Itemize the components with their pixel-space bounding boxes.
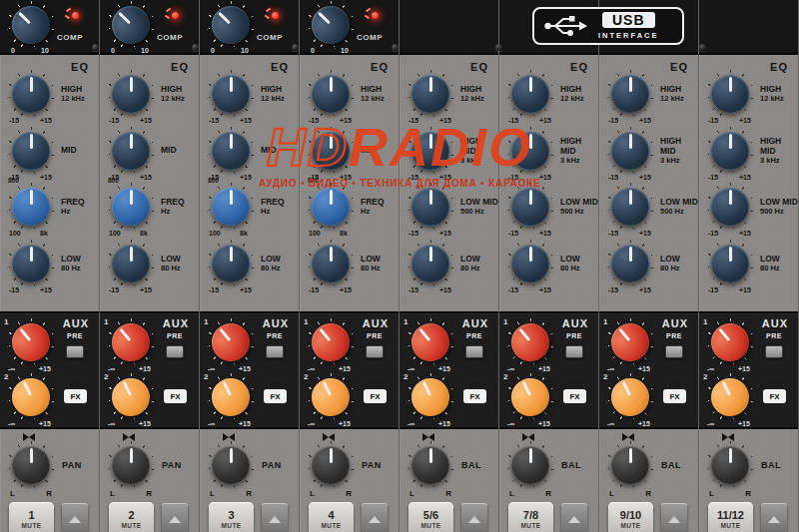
- eq-high-knob[interactable]: [208, 71, 254, 117]
- pre-button[interactable]: [66, 345, 84, 358]
- comp-knob[interactable]: 0 10: [208, 2, 254, 48]
- aux1-knob[interactable]: [208, 319, 254, 365]
- arrow-button[interactable]: [262, 503, 288, 532]
- eq-freq-knob[interactable]: [108, 184, 154, 230]
- eq-mid-row: -15 +15 800 HIGH MID3 kHz: [507, 128, 597, 174]
- eq-low-knob[interactable]: [507, 241, 553, 286]
- comp-led-icon: [272, 12, 279, 19]
- eq-low-knob[interactable]: [707, 241, 753, 286]
- eq-scale-max: +15: [40, 174, 52, 181]
- aux2-fx-knob[interactable]: [407, 374, 453, 420]
- pan-knob[interactable]: [308, 442, 354, 488]
- pan-knob[interactable]: [8, 442, 54, 488]
- pre-button[interactable]: [465, 345, 483, 358]
- eq-mid-knob[interactable]: [8, 128, 54, 174]
- eq-mid-knob[interactable]: [507, 128, 553, 174]
- eq-freq-row: 100 8k 800 FREQHz: [208, 184, 298, 230]
- eq-mid-knob[interactable]: [108, 128, 154, 174]
- eq-high-knob[interactable]: [707, 71, 753, 117]
- pre-label: PRE: [67, 332, 83, 339]
- arrow-button[interactable]: [62, 503, 88, 532]
- comp-knob[interactable]: 0 10: [108, 2, 154, 48]
- aux2-fx-knob[interactable]: [308, 374, 354, 420]
- eq-freq-knob[interactable]: [607, 184, 653, 230]
- eq-low-knob[interactable]: [308, 241, 354, 286]
- arrow-button[interactable]: [461, 503, 487, 532]
- comp-knob[interactable]: 0 10: [8, 2, 54, 48]
- eq-high-knob[interactable]: [308, 71, 354, 117]
- arrow-button[interactable]: [561, 503, 587, 532]
- arrow-button[interactable]: [162, 503, 188, 532]
- eq-freq-knob[interactable]: [8, 184, 54, 230]
- eq-freq-knob[interactable]: [308, 184, 354, 230]
- aux1-knob[interactable]: [308, 319, 354, 365]
- eq-knob-label: MID: [361, 146, 399, 156]
- aux1-knob[interactable]: [407, 319, 453, 365]
- channel-strip: 0 10 COMP EQ -15 +15 800 HIGH12 kHz: [599, 0, 699, 532]
- eq-high-knob[interactable]: [407, 71, 453, 117]
- aux1-knob[interactable]: [607, 319, 653, 365]
- eq-scale-min: -15: [209, 286, 219, 293]
- eq-low-knob[interactable]: [8, 241, 54, 286]
- pan-knob[interactable]: [707, 442, 753, 488]
- pan-left-label: L: [409, 489, 414, 498]
- mute-button[interactable]: 9/10 MUTE: [608, 502, 653, 532]
- mute-button[interactable]: 7/8 MUTE: [508, 502, 553, 532]
- mute-button[interactable]: 11/12 MUTE: [708, 502, 753, 532]
- arrow-button[interactable]: [661, 503, 687, 532]
- eq-high-knob[interactable]: [8, 71, 54, 117]
- aux2-fx-knob[interactable]: [507, 374, 553, 420]
- pan-knob[interactable]: [407, 442, 453, 488]
- pre-block: PRE: [62, 324, 88, 358]
- eq-high-knob[interactable]: [507, 71, 553, 117]
- aux-scale-max: +15: [438, 365, 450, 372]
- eq-freq-knob[interactable]: [208, 184, 254, 230]
- eq-low-knob[interactable]: [108, 241, 154, 286]
- comp-knob[interactable]: 0 10: [308, 2, 354, 48]
- mute-button[interactable]: 4 MUTE: [309, 502, 354, 532]
- knob-pointer: [30, 448, 33, 463]
- eq-low-knob[interactable]: [607, 241, 653, 286]
- aux2-fx-knob[interactable]: [607, 374, 653, 420]
- pre-button[interactable]: [565, 345, 583, 358]
- eq-freq-knob[interactable]: [507, 184, 553, 230]
- aux-scale-min: -∞: [507, 420, 514, 427]
- arrow-button[interactable]: [761, 503, 787, 532]
- eq-high-knob[interactable]: [108, 71, 154, 117]
- eq-mid-knob[interactable]: [208, 128, 254, 174]
- eq-mid-knob[interactable]: [707, 128, 753, 174]
- aux2-fx-knob[interactable]: [208, 374, 254, 420]
- pan-knob[interactable]: [507, 442, 553, 488]
- mute-button[interactable]: 3 MUTE: [209, 502, 254, 532]
- pre-button[interactable]: [266, 345, 284, 358]
- pan-knob[interactable]: [108, 442, 154, 488]
- eq-low-knob[interactable]: [407, 241, 453, 286]
- pan-knob[interactable]: [208, 442, 254, 488]
- eq-mid-knob[interactable]: [407, 128, 453, 174]
- aux2-fx-knob[interactable]: [707, 374, 753, 420]
- eq-freq-knob[interactable]: [407, 184, 453, 230]
- pre-button[interactable]: [366, 345, 384, 358]
- mute-button[interactable]: 5/6 MUTE: [408, 502, 453, 532]
- mute-button[interactable]: 2 MUTE: [109, 502, 154, 532]
- aux2-fx-knob[interactable]: [108, 374, 154, 420]
- mute-button[interactable]: 1 MUTE: [9, 502, 54, 532]
- eq-section: EQ -15 +15 800 HIGH12 kHz -15 +15 800: [699, 55, 798, 311]
- pre-button[interactable]: [665, 345, 683, 358]
- aux-section: AUX 1 -∞ +15 PRE 2 -∞ +15: [400, 311, 498, 429]
- eq-high-knob[interactable]: [607, 71, 653, 117]
- aux1-knob[interactable]: [8, 319, 54, 365]
- eq-mid-knob[interactable]: [308, 128, 354, 174]
- arrow-button[interactable]: [362, 503, 388, 532]
- eq-freq-knob[interactable]: [707, 184, 753, 230]
- pre-button[interactable]: [166, 345, 184, 358]
- aux1-knob[interactable]: [507, 319, 553, 365]
- eq-low-knob[interactable]: [208, 241, 254, 286]
- comp-scale-min: 0: [11, 47, 15, 54]
- eq-mid-knob[interactable]: [607, 128, 653, 174]
- pan-knob[interactable]: [607, 442, 653, 488]
- aux1-knob[interactable]: [707, 319, 753, 365]
- aux2-fx-knob[interactable]: [8, 374, 54, 420]
- pre-button[interactable]: [765, 345, 783, 358]
- aux1-knob[interactable]: [108, 319, 154, 365]
